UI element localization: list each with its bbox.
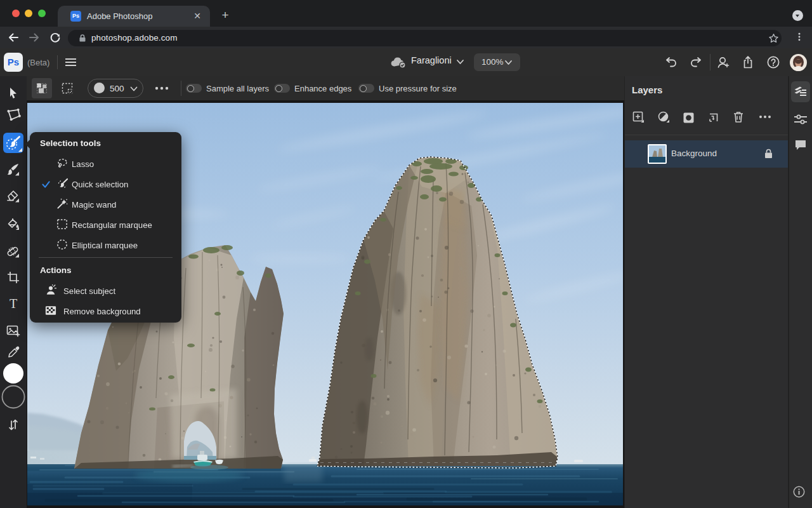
svg-text:T: T [10,297,17,310]
